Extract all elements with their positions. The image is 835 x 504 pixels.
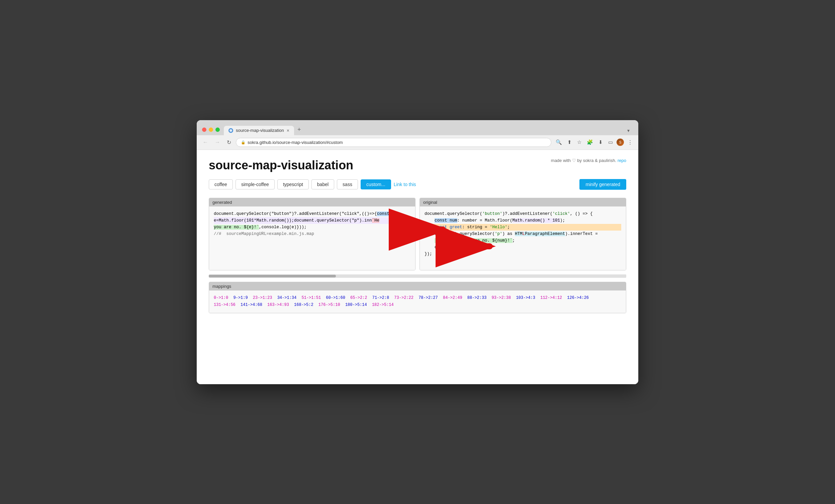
- generated-header: generated: [209, 198, 415, 206]
- mapping-6: 65->2:2: [350, 296, 367, 300]
- traffic-lights: [202, 127, 220, 132]
- extension-button[interactable]: 🧩: [585, 138, 595, 146]
- tab-babel[interactable]: babel: [311, 179, 334, 189]
- orig-line-1: document.querySelector('button')?.addEve…: [425, 210, 621, 217]
- mappings-header: mappings: [209, 282, 626, 290]
- mapping-9: 78->2:27: [419, 296, 438, 300]
- mapping-10: 84->2:49: [443, 296, 462, 300]
- tab-coffee[interactable]: coffee: [209, 179, 233, 189]
- mappings-panel: mappings 0->1:0 9->1:9 23->1:23 34->1:34…: [209, 282, 626, 313]
- nav-bar: ← → ↻ 🔒 sokra.github.io/source-map-visua…: [197, 135, 638, 150]
- repo-link[interactable]: repo: [617, 158, 626, 163]
- tab-simple-coffee[interactable]: simple-coffee: [236, 179, 274, 189]
- panels-row: generated document.querySelector("button…: [209, 198, 626, 270]
- mapping-21: 180->5:14: [345, 303, 367, 307]
- mapping-14: 112->4:12: [540, 296, 562, 300]
- page-content: source-map-visualization made with ♡ by …: [197, 150, 638, 384]
- tab-title: source-map-visualization: [236, 128, 284, 133]
- mapping-19: 168->5:2: [294, 303, 313, 307]
- fullscreen-traffic-light[interactable]: [216, 127, 220, 132]
- forward-button[interactable]: →: [213, 139, 222, 146]
- original-header: original: [420, 198, 626, 206]
- svg-point-0: [229, 129, 232, 132]
- cast-button[interactable]: ▭: [607, 138, 614, 146]
- tab-favicon: [228, 128, 233, 133]
- page-title: source-map-visualization: [209, 158, 353, 173]
- tab-typescript[interactable]: typescript: [277, 179, 309, 189]
- orig-line-6: console.log(num);: [425, 244, 621, 251]
- orig-line-7: });: [425, 251, 621, 257]
- gen-line-2: e=Math.floor(101*Math.random());document…: [214, 217, 415, 224]
- download-button[interactable]: ⬇: [597, 138, 605, 146]
- original-panel: original document.querySelector('button'…: [420, 198, 626, 270]
- panels-wrapper: generated document.querySelector("button…: [209, 198, 626, 270]
- browser-window: source-map-visualization × + ▾ ← → ↻ 🔒 s…: [197, 120, 638, 384]
- original-body: document.querySelector('button')?.addEve…: [420, 206, 626, 270]
- scrollbar-thumb[interactable]: [209, 275, 336, 278]
- minimize-traffic-light[interactable]: [209, 127, 213, 132]
- mapping-22: 182->5:14: [372, 303, 394, 307]
- made-with: made with ♡ by sokra & paulirish. repo: [551, 158, 626, 163]
- mapping-4: 51->1:51: [301, 296, 321, 300]
- tab-bar: source-map-visualization × + ▾: [224, 124, 633, 135]
- mapping-13: 103->4:3: [516, 296, 535, 300]
- orig-line-3: const greet: string = 'Hello';: [425, 224, 621, 230]
- mapping-15: 126->4:26: [567, 296, 589, 300]
- menu-button[interactable]: ⋮: [626, 138, 634, 146]
- mappings-body: 0->1:0 9->1:9 23->1:23 34->1:34 51->1:51…: [209, 290, 626, 313]
- address-bar[interactable]: 🔒 sokra.github.io/source-map-visualizati…: [236, 138, 551, 147]
- mapping-20: 176->5:10: [319, 303, 340, 307]
- avatar[interactable]: S: [616, 139, 624, 146]
- mapping-18: 163->4:93: [267, 303, 289, 307]
- nav-actions: 🔍 ⬆ ☆ 🧩 ⬇ ▭ S ⋮: [554, 138, 634, 146]
- lock-icon: 🔒: [241, 140, 246, 145]
- orig-line-2: const num: number = Math.floor(Math.rand…: [425, 217, 621, 224]
- mapping-5: 60->1:60: [326, 296, 345, 300]
- generated-body: document.querySelector("button")?.addEve…: [209, 206, 415, 270]
- tab-sass[interactable]: sass: [337, 179, 358, 189]
- mapping-1: 9->1:9: [233, 296, 248, 300]
- minify-button[interactable]: minify generated: [579, 179, 626, 190]
- made-with-text: made with ♡ by sokra & paulirish.: [551, 158, 616, 163]
- close-traffic-light[interactable]: [202, 127, 206, 132]
- horizontal-scrollbar[interactable]: [209, 275, 626, 278]
- mapping-12: 93->2:38: [492, 296, 511, 300]
- back-button[interactable]: ←: [201, 139, 210, 146]
- search-button[interactable]: 🔍: [554, 138, 564, 146]
- gen-line-1: document.querySelector("button")?.addEve…: [214, 210, 415, 217]
- mapping-11: 88->2:33: [467, 296, 487, 300]
- gen-line-4: //# sourceMappingURL=example.min.js.map: [214, 230, 415, 237]
- active-tab[interactable]: source-map-visualization ×: [224, 126, 294, 135]
- tab-close-button[interactable]: ×: [287, 128, 289, 133]
- link-to-this[interactable]: Link to this: [394, 182, 416, 187]
- generated-panel: generated document.querySelector("button…: [209, 198, 415, 270]
- page-header: source-map-visualization made with ♡ by …: [209, 158, 626, 173]
- tab-dropdown-button[interactable]: ▾: [624, 126, 633, 135]
- orig-line-4: (document.querySelector('p') as HTMLPara…: [425, 230, 621, 237]
- mappings-line1: 0->1:0 9->1:9 23->1:23 34->1:34 51->1:51…: [214, 295, 621, 302]
- share-button[interactable]: ⬆: [566, 138, 573, 146]
- mapping-2: 23->1:23: [253, 296, 272, 300]
- mapping-16: 131->4:56: [214, 303, 236, 307]
- mappings-line2: 131->4:56 141->4:68 163->4:93 168->5:2 1…: [214, 302, 621, 309]
- title-bar: source-map-visualization × + ▾: [197, 120, 638, 135]
- bookmark-button[interactable]: ☆: [575, 138, 583, 146]
- mapping-7: 71->2:8: [372, 296, 389, 300]
- gen-line-3: you are no. ${e}!`,console.log(e)}));: [214, 224, 415, 230]
- url-text: sokra.github.io/source-map-visualization…: [248, 140, 343, 145]
- reload-button[interactable]: ↻: [225, 139, 233, 146]
- mapping-8: 73->2:22: [394, 296, 413, 300]
- mapping-17: 141->4:68: [241, 303, 262, 307]
- mapping-0: 0->1:0: [214, 296, 228, 300]
- mapping-3: 34->1:34: [277, 296, 297, 300]
- tab-custom[interactable]: custom...: [361, 179, 391, 189]
- tabs-row: coffee simple-coffee typescript babel sa…: [209, 179, 626, 190]
- orig-line-5: `${greet}, you are no. ${num}!`;: [425, 237, 621, 244]
- new-tab-button[interactable]: +: [294, 124, 304, 135]
